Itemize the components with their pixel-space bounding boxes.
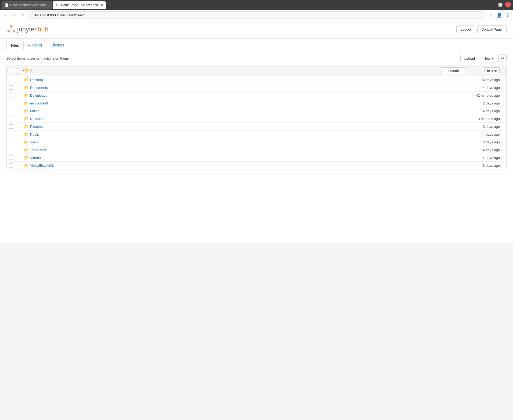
table-row: 📁 miniconda3 2 days ago [7, 99, 506, 107]
row-check-col [9, 101, 22, 105]
file-name-0[interactable]: Desktop [30, 78, 456, 82]
bookmark-button[interactable]: ☆ [488, 12, 495, 19]
refresh-button[interactable]: ↻ [19, 12, 26, 19]
control-panel-button[interactable]: Control Panel [477, 26, 507, 33]
row-checkbox-0[interactable] [9, 78, 13, 82]
profile-button[interactable]: 👤 [496, 12, 503, 19]
file-name-6[interactable]: Pictures [30, 125, 456, 129]
back-button[interactable]: ‹ [2, 12, 9, 19]
new-button[interactable]: New ▾ [480, 55, 497, 62]
file-modified-7: 4 days ago [456, 132, 504, 136]
row-checkbox-9[interactable] [9, 148, 13, 152]
row-check-col [9, 85, 22, 90]
row-checkbox-8[interactable] [9, 140, 13, 144]
file-modified-0: 4 days ago [456, 78, 504, 82]
tab2-title: Home Page - Select or cre [61, 3, 99, 7]
tab-clusters[interactable]: Clusters [46, 41, 68, 50]
browser-window: 📄 Data Scientist Setup and ✕ ⟳ Home Page… [0, 0, 513, 242]
file-name-3[interactable]: miniconda3 [30, 101, 456, 105]
row-checkbox-6[interactable] [9, 124, 13, 129]
folder-icon-6: 📁 [24, 124, 28, 129]
file-modified-10: 4 days ago [456, 156, 504, 160]
logo-jupyter-text: jupyter [17, 26, 37, 33]
table-row: 📁 Desktop 4 days ago [7, 76, 506, 84]
file-name-9[interactable]: Templates [30, 148, 456, 152]
file-modified-11: 3 days ago [456, 164, 504, 168]
tab-files[interactable]: Files [6, 41, 24, 50]
sort-by-modified-button[interactable]: Last Modified [440, 67, 466, 74]
folder-icon-8: 📁 [24, 140, 28, 144]
table-row: 📁 Documents 4 days ago [7, 84, 506, 92]
new-button-label: New [483, 56, 490, 60]
tab-running[interactable]: Running [24, 41, 46, 50]
file-table-header: 0 ▾ 📁 / Last Modified File size [7, 66, 506, 76]
row-checkbox-5[interactable] [9, 117, 13, 121]
header-modified-col: Last Modified [429, 67, 477, 74]
page-tabs: Files Running Clusters [0, 41, 513, 50]
maximize-button[interactable]: ⬜ [497, 2, 503, 8]
file-name-4[interactable]: Music [30, 109, 456, 113]
file-modified-9: 4 days ago [456, 148, 504, 152]
row-check-col [9, 124, 22, 129]
browser-tab-1[interactable]: 📄 Data Scientist Setup and ✕ [2, 1, 52, 9]
address-bar: ‹ › ↻ ℹ localhost:8000/user/david/tree? … [0, 10, 513, 20]
row-checkbox-4[interactable] [9, 109, 13, 113]
file-name-1[interactable]: Documents [30, 86, 456, 90]
file-name-5[interactable]: Nextcloud [30, 117, 456, 121]
table-row: 📁 Pictures 3 days ago [7, 123, 506, 131]
new-dropdown-arrow: ▾ [492, 56, 493, 60]
folder-icon-9: 📁 [24, 148, 28, 152]
folder-icon-7: 📁 [24, 132, 28, 136]
address-info-icon: ℹ [30, 13, 32, 17]
row-check-col [9, 93, 22, 97]
jupyter-logo-icon [6, 24, 16, 34]
row-checkbox-1[interactable] [9, 85, 13, 90]
header-buttons: Logout Control Panel [456, 26, 507, 33]
folder-icon-0: 📁 [24, 78, 28, 82]
tab2-close[interactable]: ✕ [101, 3, 103, 7]
check-count: 0 [15, 68, 20, 74]
table-row: 📁 Downloads 42 minutes ago [7, 92, 506, 99]
file-modified-2: 42 minutes ago [456, 93, 504, 97]
row-check-col [9, 163, 22, 168]
path-folder-icon: 📁 [24, 68, 30, 73]
menu-button[interactable]: ⋮ [504, 12, 511, 19]
file-name-7[interactable]: Public [30, 132, 456, 136]
file-name-11[interactable]: VirtualBox VMs [30, 164, 456, 168]
file-name-8[interactable]: snap [30, 140, 456, 144]
select-all-checkbox[interactable] [9, 69, 13, 73]
svg-point-2 [13, 30, 15, 32]
file-name-2[interactable]: Downloads [30, 93, 456, 97]
address-input[interactable]: ℹ localhost:8000/user/david/tree? [28, 11, 485, 19]
logout-button[interactable]: Logout [456, 26, 475, 33]
path-breadcrumb: 📁 / [22, 68, 429, 73]
browser-chrome: 📄 Data Scientist Setup and ✕ ⟳ Home Page… [0, 0, 513, 20]
header-size-col: File size [477, 67, 504, 74]
forward-button[interactable]: › [11, 12, 18, 19]
folder-icon-3: 📁 [24, 101, 28, 105]
row-check-col [9, 78, 22, 82]
refresh-button[interactable]: ↻ [498, 54, 507, 62]
browser-tab-2[interactable]: ⟳ Home Page - Select or cre ✕ [53, 1, 106, 9]
row-checkbox-3[interactable] [9, 101, 13, 105]
row-checkbox-11[interactable] [9, 163, 13, 168]
row-check-col [9, 140, 22, 144]
table-row: 📁 Nextcloud 3 minutes ago [7, 115, 506, 123]
sort-by-size-button[interactable]: File size [482, 67, 500, 74]
upload-button[interactable]: Upload [460, 55, 478, 62]
tab1-close[interactable]: ✕ [47, 3, 50, 7]
new-tab-button[interactable]: + [106, 1, 114, 9]
row-checkbox-10[interactable] [9, 155, 13, 160]
address-actions: ☆ 👤 ⋮ [488, 12, 511, 19]
folder-icon-11: 📁 [24, 163, 28, 168]
minimize-button[interactable]: — [490, 2, 496, 8]
svg-point-0 [10, 25, 13, 28]
file-name-10[interactable]: Videos [30, 156, 456, 160]
folder-icon-5: 📁 [24, 117, 28, 121]
close-button[interactable]: ✕ [505, 2, 511, 8]
row-checkbox-2[interactable] [9, 93, 13, 97]
path-text: / [31, 69, 32, 73]
folder-icon-1: 📁 [24, 85, 28, 90]
table-row: 📁 VirtualBox VMs 3 days ago [7, 162, 506, 169]
row-checkbox-7[interactable] [9, 132, 13, 136]
